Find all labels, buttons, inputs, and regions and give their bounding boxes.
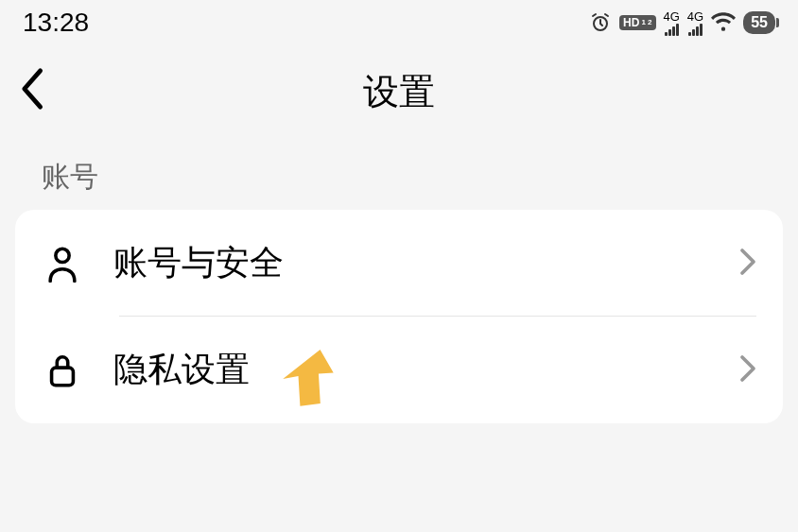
hd-label: HD xyxy=(623,16,639,29)
section-label: 账号 xyxy=(0,139,798,210)
network-label-2: 4G xyxy=(687,10,703,23)
alarm-icon xyxy=(589,11,612,34)
network-label-1: 4G xyxy=(664,10,680,23)
status-icons: HD 1 2 4G 4G 55 xyxy=(589,9,775,37)
list-item-privacy[interactable]: 隐私设置 xyxy=(15,317,783,423)
back-button[interactable] xyxy=(17,66,45,115)
list-label: 隐私设置 xyxy=(113,347,739,393)
list-label: 账号与安全 xyxy=(113,240,739,286)
chevron-right-icon xyxy=(739,354,756,386)
status-bar: 13:28 HD 1 2 4G 4G xyxy=(0,0,798,42)
signal-2: 4G xyxy=(687,10,703,36)
status-time: 13:28 xyxy=(23,8,89,38)
user-icon xyxy=(42,245,83,283)
chevron-right-icon xyxy=(739,248,756,280)
battery-level: 55 xyxy=(751,14,768,31)
header: 设置 xyxy=(0,42,798,139)
page-title: 设置 xyxy=(363,68,435,116)
chevron-left-icon xyxy=(17,66,45,112)
svg-rect-2 xyxy=(52,368,74,386)
signal-1: 4G xyxy=(664,10,680,36)
sim-indicator: 1 2 xyxy=(641,19,651,26)
settings-card: 账号与安全 隐私设置 xyxy=(15,210,783,423)
list-item-account-security[interactable]: 账号与安全 xyxy=(15,210,783,317)
svg-point-1 xyxy=(56,249,69,262)
hd-badge: HD 1 2 xyxy=(619,15,655,30)
battery-indicator: 55 xyxy=(743,11,775,34)
lock-icon xyxy=(42,352,83,389)
wifi-icon xyxy=(711,9,736,37)
